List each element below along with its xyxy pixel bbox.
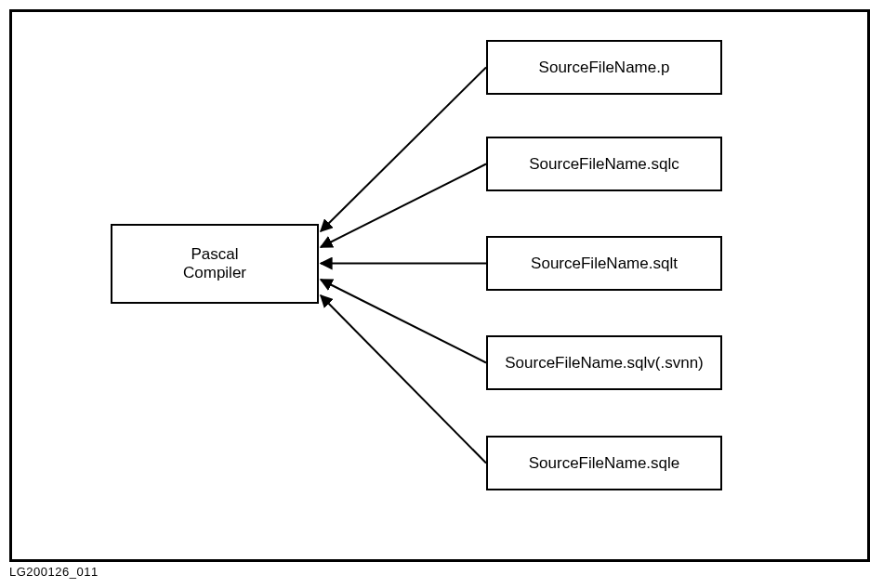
arrow-0: [321, 68, 486, 232]
arrow-3: [321, 280, 486, 363]
arrow-4: [321, 295, 486, 464]
source-box-4: SourceFileName.sqle: [486, 436, 722, 490]
source-box-3: SourceFileName.sqlv(.svnn): [486, 335, 722, 390]
source-label-2: SourceFileName.sqlt: [531, 255, 678, 273]
source-label-1: SourceFileName.sqlc: [529, 155, 679, 174]
target-label-line1: Pascal: [191, 245, 238, 263]
target-label: Pascal Compiler: [183, 245, 246, 281]
source-box-2: SourceFileName.sqlt: [486, 236, 722, 291]
diagram-frame: Pascal Compiler SourceFileName.p SourceF…: [9, 9, 870, 562]
target-label-line2: Compiler: [183, 264, 246, 281]
source-box-0: SourceFileName.p: [486, 40, 722, 95]
target-box-pascal-compiler: Pascal Compiler: [111, 224, 319, 304]
arrow-1: [321, 164, 486, 248]
source-label-3: SourceFileName.sqlv(.svnn): [505, 354, 704, 372]
source-box-1: SourceFileName.sqlc: [486, 137, 722, 191]
source-label-4: SourceFileName.sqle: [529, 454, 680, 473]
figure-caption: LG200126_011: [9, 565, 99, 579]
source-label-0: SourceFileName.p: [539, 59, 670, 77]
